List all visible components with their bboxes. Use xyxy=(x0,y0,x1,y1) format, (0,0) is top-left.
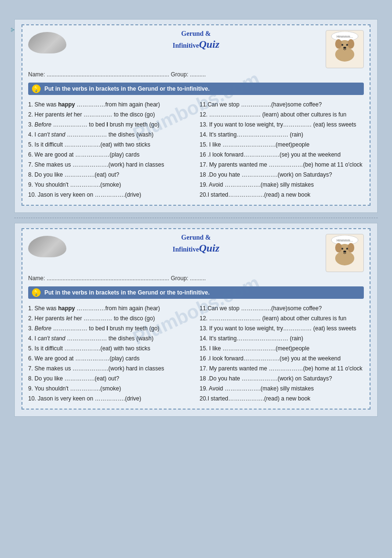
q17: 17. My parents wanted me ………………(be) home… xyxy=(200,160,364,170)
q2: 2. Her parents let her …………… to the disc… xyxy=(28,110,192,120)
q1: 1. She was happy ……………from him again (he… xyxy=(28,100,192,110)
q7-2: 7. She makes us ……………….(work) hard in cl… xyxy=(28,364,192,374)
instruction-text-2: Put in the verbs in brackets in the Geru… xyxy=(44,289,210,296)
header-2: Gerund & InfinitiveQuiz Hmmmm... xyxy=(28,234,364,272)
q8: 8. Do you like …………….(eat) out? xyxy=(28,170,192,180)
title-line1: Gerund & xyxy=(70,30,322,38)
q12-2: 12. ……………………… (learn) about other cultur… xyxy=(200,314,364,324)
q3: 3. Before ……………… to bed I brush my teeth… xyxy=(28,120,192,130)
svg-point-16 xyxy=(346,248,348,250)
q4: 4. I can't stand ………………… the dishes (was… xyxy=(28,130,192,140)
q9: 9. You shouldn't …………….(smoke) xyxy=(28,180,192,190)
q8-2: 8. Do you like …………….(eat) out? xyxy=(28,374,192,384)
svg-point-15 xyxy=(341,248,343,250)
instruction-bar-2: 💡 Put in the verbs in brackets in the Ge… xyxy=(28,286,364,299)
left-col-2: 1. She was happy ……………from him again (he… xyxy=(28,304,192,404)
cut-divider xyxy=(14,218,378,218)
svg-point-8 xyxy=(343,47,346,49)
dashed-border-1: Gerund & InfinitiveQuiz Hmmmm... xyxy=(21,24,371,206)
title-quiz-1: Quiz xyxy=(199,38,220,50)
svg-point-4 xyxy=(335,39,342,49)
q17-2: 17. My parents wanted me ………………(be) home… xyxy=(200,364,364,374)
title-line2: InfinitiveQuiz xyxy=(70,38,322,51)
svg-point-6 xyxy=(341,44,343,46)
q5: 5. Is it difficult ……………….(eat) with two… xyxy=(28,140,192,150)
svg-text:Hmmmm...: Hmmmm... xyxy=(337,35,353,38)
questions-area-1: 1. She was happy ……………from him again (he… xyxy=(28,100,364,200)
worksheet-2: Plumbobs.com Gerund & InfinitiveQuiz Hmm… xyxy=(14,223,378,417)
group-label-2: Group: .......... xyxy=(171,275,206,282)
q16: 16 .I look forward……………….(se) you at the… xyxy=(200,150,364,160)
svg-point-17 xyxy=(343,251,346,253)
q20-2: 20.I started……………….(read) a new book xyxy=(200,394,364,404)
page-background: ✂ ✂ Plumbobs.com Gerund & InfinitiveQuiz xyxy=(5,19,387,558)
name-group-line-1: Name: ..................................… xyxy=(28,71,364,78)
left-col-1: 1. She was happy ……………from him again (he… xyxy=(28,100,192,200)
q9-2: 9. You shouldn't …………….(smoke) xyxy=(28,384,192,394)
q14-2: 14. It's starting……………………… (rain) xyxy=(200,334,364,344)
instruction-bar-1: 💡 Put in the verbs in brackets in the Ge… xyxy=(28,83,364,95)
dog-image-1: Hmmmm... xyxy=(326,30,364,68)
svg-text:Hmmmm...: Hmmmm... xyxy=(337,239,353,242)
q2-2: 2. Her parents let her …………… to the disc… xyxy=(28,314,192,324)
q1-2: 1. She was happy ……………from him again (he… xyxy=(28,304,192,314)
q15-2: 15. I like ……………………….(meet)people xyxy=(200,344,364,354)
q18: 18 .Do you hate ……………….(work) on Saturda… xyxy=(200,170,364,180)
svg-point-13 xyxy=(335,243,342,253)
title-block-1: Gerund & InfinitiveQuiz xyxy=(70,30,322,51)
q15: 15. I like ……………………….(meet)people xyxy=(200,140,364,150)
dog-svg-2: Hmmmm... xyxy=(328,235,361,271)
instruction-text-1: Put in the verbs in brackets in the Geru… xyxy=(44,85,210,92)
worksheet-1: Plumbobs.com Gerund & InfinitiveQuiz Hmm… xyxy=(14,19,378,213)
q3-2: 3. Before ……………… to bed I brush my teeth… xyxy=(28,324,192,334)
name-label-2: Name: ..................................… xyxy=(28,275,169,282)
title-line2-2: InfinitiveQuiz xyxy=(70,242,322,254)
right-col-2: 11.Can we stop …………….(have)some coffee? … xyxy=(200,304,364,404)
q10-2: 10. Jason is very keen on …………….(drive) xyxy=(28,394,192,404)
bulb-icon-2: 💡 xyxy=(32,288,41,297)
q4-2: 4. I can't stand ………………… the dishes (was… xyxy=(28,334,192,344)
svg-point-7 xyxy=(346,44,348,46)
name-label-1: Name: ..................................… xyxy=(28,71,169,78)
dog-image-2: Hmmmm... xyxy=(326,234,364,272)
dog-svg-1: Hmmmm... xyxy=(328,32,361,67)
q10: 10. Jason is very keen on …………….(drive) xyxy=(28,190,192,200)
q13-2: 13. If you want to lose weight, try……………… xyxy=(200,324,364,334)
q18-2: 18 .Do you hate ……………….(work) on Saturda… xyxy=(200,374,364,384)
svg-point-5 xyxy=(348,39,354,49)
q7: 7. She makes us ……………….(work) hard in cl… xyxy=(28,160,192,170)
right-col-1: 11.Can we stop …………….(have)some coffee? … xyxy=(200,100,364,200)
title-quiz-2: Quiz xyxy=(199,242,220,254)
q19: 19. Avoid ……………….(make) silly mistakes xyxy=(200,180,364,190)
title-line1-2: Gerund & xyxy=(70,234,322,242)
q20: 20.I started……………….(read) a new book xyxy=(200,190,364,200)
q13: 13. If you want to lose weight, try……………… xyxy=(200,120,364,130)
q12: 12. ……………………… (learn) about other cultur… xyxy=(200,110,364,120)
dashed-border-2: Gerund & InfinitiveQuiz Hmmmm... xyxy=(21,228,371,410)
stamp-icon-1 xyxy=(28,32,66,53)
q19-2: 19. Avoid ……………….(make) silly mistakes xyxy=(200,384,364,394)
bulb-icon-1: 💡 xyxy=(32,84,41,93)
name-group-line-2: Name: ..................................… xyxy=(28,275,364,282)
group-label-1: Group: .......... xyxy=(171,71,206,78)
q6-2: 6. We are good at ………………(play) cards xyxy=(28,354,192,364)
questions-area-2: 1. She was happy ……………from him again (he… xyxy=(28,304,364,404)
title-block-2: Gerund & InfinitiveQuiz xyxy=(70,234,322,254)
stamp-icon-2 xyxy=(28,236,66,257)
q11-2: 11.Can we stop …………….(have)some coffee? xyxy=(200,304,364,314)
q16-2: 16 .I look forward……………….(se) you at the… xyxy=(200,354,364,364)
q6: 6. We are good at ………………(play) cards xyxy=(28,150,192,160)
q5-2: 5. Is it difficult ……………….(eat) with two… xyxy=(28,344,192,354)
svg-point-14 xyxy=(348,243,354,253)
header-1: Gerund & InfinitiveQuiz Hmmmm... xyxy=(28,30,364,68)
q14: 14. It's starting……………………… (rain) xyxy=(200,130,364,140)
q11: 11.Can we stop …………….(have)some coffee? xyxy=(200,100,364,110)
